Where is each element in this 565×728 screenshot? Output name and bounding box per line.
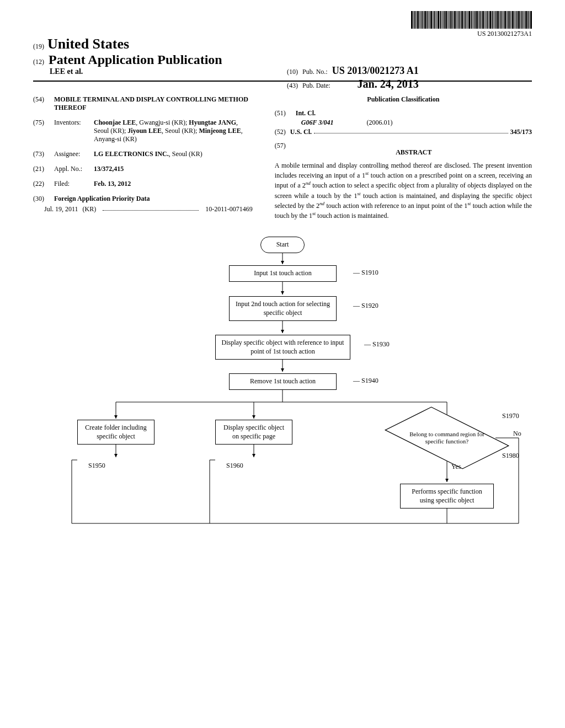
field-22-num: (22) [33,180,49,188]
priority-row: Jul. 19, 2011 (KR) 10-2011-0071469 [44,205,253,213]
fc-s1930-box: Display specific object with reference t… [215,335,350,360]
field-22-label: Filed: [54,180,88,188]
int-cl-date: (2006.01) [367,119,393,127]
fc-s1920-box: Input 2nd touch action for selecting spe… [229,296,337,321]
pub-date-num: (43) [287,82,298,90]
pub-no-label: Pub. No.: [302,68,328,76]
priority-date: Jul. 19, 2011 [44,205,78,213]
dotted-leader-uscl [314,128,508,133]
fc-s1970-label: S1970 [502,412,519,420]
assignee: LG ELECTRONICS INC., Seoul (KR) [94,150,253,158]
country: United States [47,36,129,52]
field-52-num: (52) [275,128,290,136]
field-54-num: (54) [33,95,49,112]
publication-type: Patent Application Publication [49,52,222,67]
fc-s1950-box: Create folder including specific object [77,420,154,445]
field-75-label: Inventors: [54,119,88,143]
priority-country: (KR) [83,205,97,213]
field-21-label: Appl. No.: [54,165,88,173]
fc-s1910-box: Input 1st touch action [229,265,337,282]
fc-s1980-box: Performs specific function using specifi… [400,484,494,508]
invention-title: MOBILE TERMINAL AND DISPLAY CONTROLLING … [54,95,253,112]
barcode-section: US 20130021273A1 [411,11,532,38]
fc-start: Start [260,237,305,253]
field-21-num: (21) [33,165,49,173]
fc-s1930-label: — S1930 [364,340,390,349]
field-75-num: (75) [33,119,49,143]
priority-heading: Foreign Application Priority Data [54,195,150,203]
field-51-num: (51) [275,109,290,117]
pub-date-value: Jan. 24, 2013 [358,78,419,90]
fc-s1970-text: Belong to command region for specific fu… [403,431,491,445]
int-cl-code: G06F 3/041 [301,119,334,127]
kind-code-19: (19) [33,42,44,51]
divider [33,81,532,82]
inventors: Choonjae LEE, Gwangju-si (KR); Hyungtae … [94,119,253,143]
flowchart: Start Input 1st touch action — S1910 Inp… [33,237,532,545]
left-column: (54) MOBILE TERMINAL AND DISPLAY CONTROL… [33,95,253,220]
pub-date-label: Pub. Date: [302,82,331,90]
abstract-text: A mobile terminal and display controllin… [275,161,532,220]
field-73-num: (73) [33,150,49,158]
right-header: (10) Pub. No.: US 2013/0021273 A1 (43) P… [287,65,419,92]
field-51-label: Int. Cl. [296,109,316,117]
field-52-label: U.S. Cl. [290,128,312,136]
fc-s1950-label: S1950 [88,462,105,470]
field-73-label: Assignee: [54,150,88,158]
classification-heading: Publication Classification [275,95,532,104]
filed-date: Feb. 13, 2012 [94,180,253,188]
dotted-leader [103,205,199,211]
fc-s1910-label: — S1910 [353,269,379,277]
right-column: Publication Classification (51) Int. Cl.… [275,95,532,220]
pub-no-value: US 2013/0021273 A1 [332,65,419,77]
header-left: (19) United States (12) Patent Applicati… [33,36,532,76]
fc-s1970-diamond: Belong to command region for specific fu… [403,419,491,457]
us-cl-value: 345/173 [510,128,532,136]
fc-s1960-label: S1960 [226,462,243,470]
barcode-graphic [411,11,532,29]
pub-no-num: (10) [287,68,298,76]
fc-s1940-label: — S1940 [353,377,379,385]
fc-s1960-box: Display specific object on specific page [215,420,292,445]
appl-no: 13/372,415 [94,165,253,173]
fc-s1980-label: S1980 [502,452,519,460]
kind-code-12: (12) [33,58,44,66]
field-30-num: (30) [33,195,49,203]
fc-s1920-label: — S1920 [353,302,379,310]
priority-number: 10-2011-0071469 [205,205,253,213]
field-57-num: (57) [275,142,290,161]
abstract-heading: ABSTRACT [296,148,532,157]
fc-s1940-box: Remove 1st touch action [229,373,337,390]
content: (54) MOBILE TERMINAL AND DISPLAY CONTROL… [33,95,532,220]
fc-yes-label: Yes [451,463,461,471]
barcode-text: US 20130021273A1 [411,30,532,38]
fc-no-label: No [513,430,521,438]
